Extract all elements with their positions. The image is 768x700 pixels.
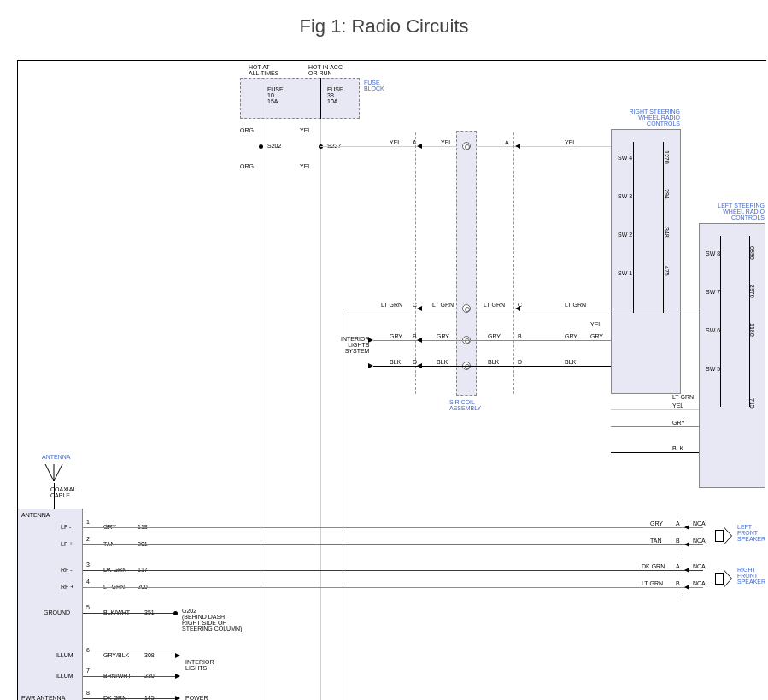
left-controls-label: LEFT STEERING WHEEL RADIO CONTROLS <box>700 203 765 221</box>
radio-module <box>18 509 83 700</box>
wire-org-lbl2: ORG <box>240 163 254 169</box>
interior-lights-sys: INTERIOR LIGHTS SYSTEM <box>341 336 369 354</box>
left-steering-controls <box>699 223 765 488</box>
pwr-dest: POWER <box>185 695 208 700</box>
fuse-block-label: FUSE BLOCK <box>364 79 384 91</box>
antenna-label: ANTENNA <box>42 454 70 460</box>
wire-org-main <box>261 119 261 700</box>
right-controls-label: RIGHT STEERING WHEEL RADIO CONTROLS <box>612 109 680 126</box>
wire-yel-main <box>320 119 321 700</box>
wire-yel-lbl1: YEL <box>300 127 311 133</box>
diagram-frame: FUSE BLOCK HOT AT ALL TIMES HOT IN ACC O… <box>17 60 766 700</box>
wire-gry-b <box>373 340 611 341</box>
illum-dest: INTERIOR LIGHTS <box>185 659 214 671</box>
splice-s202 <box>259 144 263 149</box>
fuse2-name: FUSE 38 10A <box>327 86 343 104</box>
fuse1-top: HOT AT ALL TIMES <box>249 64 278 76</box>
wire-ground <box>83 613 175 614</box>
wire-illum-1 <box>83 656 175 656</box>
fuse1-name: FUSE 10 15A <box>267 86 284 104</box>
wire-pwr-antenna <box>83 698 175 699</box>
right-front-speaker <box>715 569 739 588</box>
wire-yel-lbl2: YEL <box>300 163 311 169</box>
sir-coil <box>456 131 477 396</box>
wire-rf-pos <box>83 587 703 588</box>
sir-label: SIR COIL ASSEMBLY <box>449 399 481 411</box>
wire-lf-neg <box>83 527 703 528</box>
wire-rf-neg <box>83 570 703 571</box>
antenna-icon <box>44 462 64 483</box>
wire-ltgrn-c <box>343 309 699 309</box>
wire-blk-d <box>373 366 611 367</box>
left-front-speaker <box>715 526 739 545</box>
right-steering-controls <box>611 129 681 394</box>
fuse2-top: HOT IN ACC OR RUN <box>308 64 343 76</box>
figure-title: Fig 1: Radio Circuits <box>0 0 768 48</box>
g202-label: G202 (BEHIND DASH, RIGHT SIDE OF STEERIN… <box>182 608 242 632</box>
wire-illum-2 <box>83 676 175 677</box>
wire-org-lbl1: ORG <box>240 127 254 133</box>
s202-label: S202 <box>267 143 281 149</box>
wire-lf-pos <box>83 544 703 545</box>
antenna-port: ANTENNA <box>21 512 50 518</box>
